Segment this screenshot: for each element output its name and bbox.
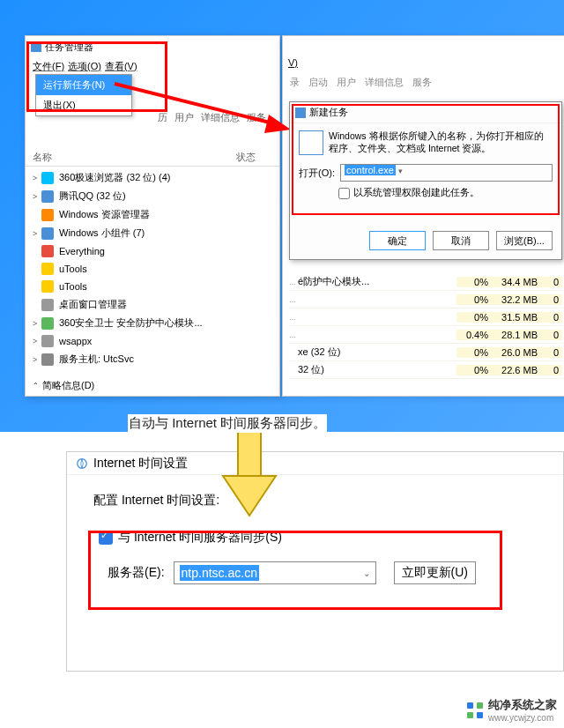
process-app-icon [41,172,54,184]
process-app-icon [41,190,54,203]
process-row[interactable]: >腾讯QQ (32 位) [26,187,279,205]
menu-view-2[interactable]: V) [283,57,564,68]
proc-header: 名称 状态 [26,149,279,167]
svg-point-4 [78,458,87,468]
task-manager-title: 任务管理器 [45,41,93,54]
sync-label: 与 Internet 时间服务器同步(S) [118,530,282,546]
clock-globe-icon [76,457,88,470]
watermark: 纯净系统之家 www.ycwjzy.com [467,697,557,723]
col-name[interactable]: 名称 [33,151,219,164]
task-manager-2-tabs: 录 启动 用户 详细信息 服务 [290,76,432,89]
cancel-button[interactable]: 取消 [433,231,489,250]
process-row[interactable]: >Windows 小组件 (7) [26,224,279,242]
process-row[interactable]: >wsappx [26,332,279,350]
task-manager-footer: ⌃ 简略信息(D) [26,375,279,396]
run-dialog-icon [295,108,306,118]
server-value: ntp.ntsc.ac.cn [180,565,259,581]
process-row[interactable]: Windows 资源管理器 [26,205,279,224]
server-label: 服务器(E): [108,565,165,581]
menu-view[interactable]: 查看(V) [105,60,137,73]
run-input-value: control.exe [345,165,396,175]
process-row[interactable]: >360安全卫士 安全防护中心模块... [26,314,279,332]
proc-table-2: ...é防护中心模块...0%34.4 MB0...0%32.2 MB0...0… [289,273,562,379]
run-admin-checkbox[interactable] [338,188,350,199]
run-title-text: 新建任务 [309,106,348,119]
run-input[interactable]: control.exe ▾ [340,164,553,182]
process-app-icon [41,245,54,257]
process-name: Windows 小组件 (7) [59,227,145,240]
chevron-up-icon[interactable]: ⌃ [33,382,39,390]
time-config-label: 配置 Internet 时间设置: [93,493,537,509]
internet-time-dialog: Internet 时间设置 配置 Internet 时间设置: 与 Intern… [66,451,564,672]
menu-file[interactable]: 文件(F) [33,60,64,73]
process-app-icon [41,353,54,366]
annotation-arrow-red [115,75,291,147]
process-row[interactable]: >服务主机: UtcSvc [26,350,279,368]
process-name: 360极速浏览器 (32 位) (4) [59,171,171,184]
menu-options[interactable]: 选项(O) [68,60,101,73]
chevron-down-icon[interactable]: ⌄ [363,568,370,578]
svg-marker-1 [264,115,291,133]
toggle-details[interactable]: 简略信息(D) [42,379,94,392]
process-row[interactable]: Everything [26,242,279,260]
middle-caption: 自动与 Internet 时间服务器同步。 [128,414,327,433]
process-name: Everything [59,246,105,256]
sync-checkbox[interactable] [99,531,113,545]
tab-startup[interactable]: 启动 [308,76,328,89]
process-row[interactable]: 桌面窗口管理器 [26,295,279,314]
table-row[interactable]: ...0%31.5 MB0 [289,308,562,326]
process-app-icon [41,335,54,347]
tab-users-2[interactable]: 用户 [337,76,356,89]
update-now-button[interactable]: 立即更新(U) [394,561,476,584]
process-row[interactable]: >360极速浏览器 (32 位) (4) [26,168,279,187]
chevron-down-icon[interactable]: ▾ [398,167,403,175]
process-row[interactable]: uTools [26,260,279,278]
watermark-url: www.ycwjzy.com [488,713,557,723]
run-checkbox-label: 以系统管理权限创建此任务。 [353,187,479,199]
process-name: 桌面窗口管理器 [59,298,127,311]
process-app-icon [41,299,54,311]
process-name: 360安全卫士 安全防护中心模块... [59,316,203,330]
table-row[interactable]: ...0.4%28.1 MB0 [289,326,562,344]
task-manager-menubar: 文件(F) 选项(O) 查看(V) [26,57,279,75]
tab-services-2[interactable]: 服务 [412,76,432,89]
process-app-icon [41,317,54,330]
task-manager-icon [31,41,41,52]
run-info-icon [299,130,323,155]
time-titlebar: Internet 时间设置 [67,452,563,475]
process-name: Windows 资源管理器 [59,208,150,221]
process-app-icon [41,209,54,221]
process-name: uTools [59,281,87,292]
tab-details-2[interactable]: 详细信息 [365,76,404,89]
process-list: >360极速浏览器 (32 位) (4)>腾讯QQ (32 位)Windows … [26,168,279,369]
process-app-icon [41,280,54,293]
process-row[interactable]: 任务管理器 [26,368,279,369]
process-name: 服务主机: UtcSvc [59,353,134,366]
table-row[interactable]: ...0%32.2 MB0 [289,291,562,308]
process-name: 腾讯QQ (32 位) [59,189,126,203]
watermark-logo-icon [467,702,483,718]
tab-rec[interactable]: 录 [290,76,300,89]
time-title-text: Internet 时间设置 [93,456,188,472]
browse-button[interactable]: 浏览(B)... [496,231,553,250]
run-info-text: Windows 将根据你所键入的名称，为你打开相应的程序、文件夹、文档或 Int… [329,130,553,155]
run-titlebar: 新建任务 [290,102,561,123]
table-row[interactable]: ...é防护中心模块...0%34.4 MB0 [289,273,562,291]
watermark-brand: 纯净系统之家 [488,697,557,713]
process-app-icon [41,227,54,240]
process-app-icon [41,263,54,275]
process-row[interactable]: uTools [26,278,279,295]
table-row[interactable]: xe (32 位)0%26.0 MB0 [289,344,562,361]
process-name: wsappx [59,336,92,346]
ok-button[interactable]: 确定 [369,231,426,250]
task-manager-titlebar: 任务管理器 [26,36,279,57]
table-row[interactable]: 32 位)0%22.6 MB0 [289,361,562,379]
svg-marker-3 [223,476,276,516]
process-name: uTools [59,264,87,274]
col-status[interactable]: 状态 [219,151,272,164]
server-dropdown[interactable]: ntp.ntsc.ac.cn ⌄ [174,561,376,584]
run-dialog: 新建任务 Windows 将根据你所键入的名称，为你打开相应的程序、文件夹、文档… [289,101,562,260]
svg-line-0 [115,84,273,123]
run-open-label: 打开(O): [299,167,335,180]
